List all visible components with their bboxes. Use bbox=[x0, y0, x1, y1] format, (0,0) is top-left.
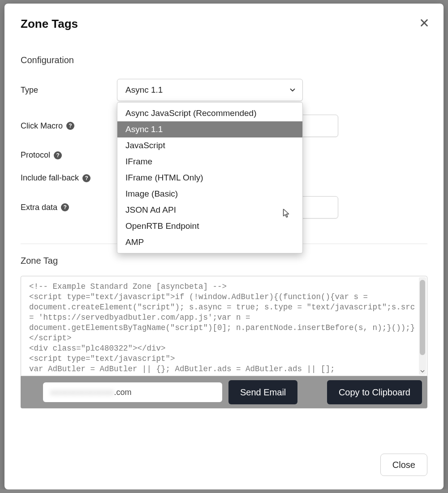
include-fallback-label: Include fall-back ? bbox=[21, 173, 90, 183]
type-option[interactable]: IFrame bbox=[117, 154, 302, 170]
chevron-down-icon bbox=[289, 86, 297, 94]
email-input[interactable]: xxxxxxxxxxxxxxx.com bbox=[43, 382, 222, 402]
email-hidden: xxxxxxxxxxxxxxx bbox=[50, 388, 114, 397]
modal-footer: Close bbox=[380, 454, 427, 476]
include-fallback-label-text: Include fall-back bbox=[21, 173, 79, 183]
type-option[interactable]: Async 1.1 bbox=[117, 121, 302, 137]
help-icon[interactable]: ? bbox=[61, 203, 69, 211]
protocol-label-text: Protocol bbox=[21, 150, 50, 160]
send-email-button[interactable]: Send Email bbox=[228, 380, 297, 404]
click-macro-label-text: Click Macro bbox=[21, 121, 63, 131]
type-option[interactable]: JSON Ad API bbox=[117, 202, 302, 218]
type-label: Type bbox=[21, 86, 117, 95]
close-icon[interactable] bbox=[419, 18, 429, 28]
type-option[interactable]: IFrame (HTML Only) bbox=[117, 170, 302, 186]
type-select-value: Async 1.1 bbox=[125, 85, 163, 95]
scroll-down-icon[interactable] bbox=[419, 368, 426, 375]
help-icon[interactable]: ? bbox=[66, 122, 74, 130]
close-button[interactable]: Close bbox=[380, 454, 427, 476]
modal-title: Zone Tags bbox=[21, 17, 427, 31]
type-row: Type Async 1.1 Async JavaScript (Recomme… bbox=[21, 79, 427, 101]
type-label-text: Type bbox=[21, 86, 38, 95]
help-icon[interactable]: ? bbox=[54, 151, 62, 159]
zone-tags-modal: Zone Tags Configuration Type Async 1.1 A… bbox=[4, 4, 444, 489]
help-icon[interactable]: ? bbox=[82, 174, 90, 182]
type-option[interactable]: OpenRTB Endpoint bbox=[117, 218, 302, 234]
copy-clipboard-button[interactable]: Copy to Clipboard bbox=[327, 380, 422, 404]
type-dropdown[interactable]: Async JavaScript (Recommended)Async 1.1J… bbox=[117, 102, 303, 253]
type-select[interactable]: Async 1.1 bbox=[117, 79, 303, 101]
zone-tag-heading: Zone Tag bbox=[21, 256, 427, 266]
scrollbar[interactable] bbox=[419, 277, 426, 375]
zone-tag-code-text: <!-- Example Standard Zone [asyncbeta] -… bbox=[29, 282, 420, 376]
zone-tag-code[interactable]: <!-- Example Standard Zone [asyncbeta] -… bbox=[21, 276, 427, 376]
click-macro-label: Click Macro ? bbox=[21, 121, 117, 131]
action-bar: xxxxxxxxxxxxxxx.com Send Email Copy to C… bbox=[21, 376, 427, 408]
protocol-label: Protocol ? bbox=[21, 150, 117, 160]
extra-data-label-text: Extra data bbox=[21, 203, 57, 212]
type-option[interactable]: JavaScript bbox=[117, 137, 302, 154]
scrollbar-thumb[interactable] bbox=[420, 280, 425, 355]
type-select-wrap: Async 1.1 Async JavaScript (Recommended)… bbox=[117, 79, 303, 101]
email-suffix: .com bbox=[114, 388, 132, 397]
configuration-heading: Configuration bbox=[21, 55, 427, 65]
type-option[interactable]: Image (Basic) bbox=[117, 186, 302, 202]
extra-data-label: Extra data ? bbox=[21, 203, 117, 212]
type-option[interactable]: AMP bbox=[117, 234, 302, 250]
type-option[interactable]: Async JavaScript (Recommended) bbox=[117, 105, 302, 121]
